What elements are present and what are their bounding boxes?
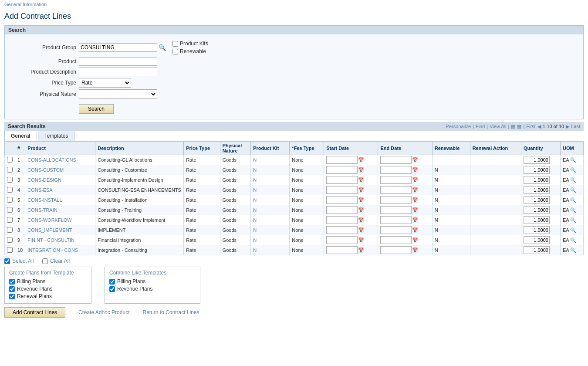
- combine-billing-plans-checkbox[interactable]: [109, 279, 115, 285]
- quantity-input[interactable]: [524, 226, 550, 234]
- row-checkbox[interactable]: [7, 157, 13, 163]
- create-adhoc-link[interactable]: Create Adhoc Product: [78, 309, 129, 315]
- personalize-link[interactable]: Personalize: [446, 124, 471, 129]
- quantity-input[interactable]: [524, 206, 550, 214]
- product-link[interactable]: CONS_IMPLEMENT: [27, 227, 72, 233]
- quantity-input[interactable]: [524, 216, 550, 224]
- select-all-checkbox[interactable]: [4, 258, 10, 264]
- product-link[interactable]: CONS-ALLOCATIONS: [27, 157, 76, 163]
- end-date-input[interactable]: [380, 226, 412, 234]
- start-date-cal-icon[interactable]: 📅: [358, 197, 364, 203]
- last-link[interactable]: Last: [571, 124, 580, 129]
- product-kit-link[interactable]: N: [253, 207, 257, 213]
- end-date-input[interactable]: [380, 156, 412, 164]
- product-kits-checkbox[interactable]: [172, 41, 178, 47]
- renewal-plans-checkbox[interactable]: [9, 294, 15, 299]
- breadcrumb-text[interactable]: General Information: [4, 2, 47, 7]
- quantity-input[interactable]: [524, 196, 550, 204]
- quantity-input[interactable]: [524, 246, 550, 254]
- uom-lookup-icon[interactable]: 🔍: [570, 247, 576, 253]
- start-date-cal-icon[interactable]: 📅: [358, 247, 364, 253]
- product-kit-link[interactable]: N: [253, 247, 257, 253]
- start-date-cal-icon[interactable]: 📅: [358, 157, 364, 163]
- start-date-input[interactable]: [326, 166, 358, 174]
- product-kit-link[interactable]: N: [253, 187, 257, 193]
- uom-lookup-icon[interactable]: 🔍: [570, 177, 576, 183]
- prev-icon[interactable]: ◀: [537, 124, 541, 129]
- start-date-cal-icon[interactable]: 📅: [358, 237, 364, 243]
- view-all-link[interactable]: View All: [490, 124, 506, 129]
- first-link[interactable]: First: [526, 124, 535, 129]
- start-date-input[interactable]: [326, 196, 358, 204]
- product-group-input[interactable]: [79, 43, 157, 52]
- end-date-cal-icon[interactable]: 📅: [412, 177, 418, 183]
- clear-all-checkbox[interactable]: [42, 258, 48, 264]
- end-date-cal-icon[interactable]: 📅: [412, 217, 418, 223]
- end-date-cal-icon[interactable]: 📅: [412, 227, 418, 233]
- product-kit-link[interactable]: N: [253, 237, 257, 243]
- start-date-input[interactable]: [326, 176, 358, 184]
- end-date-cal-icon[interactable]: 📅: [412, 207, 418, 213]
- quantity-input[interactable]: [524, 186, 550, 194]
- tab-general[interactable]: General: [4, 131, 37, 141]
- row-checkbox[interactable]: [7, 247, 13, 253]
- clear-all-label[interactable]: Clear All: [50, 258, 70, 264]
- start-date-cal-icon[interactable]: 📅: [358, 167, 364, 173]
- uom-lookup-icon[interactable]: 🔍: [570, 217, 576, 223]
- product-kit-link[interactable]: N: [253, 157, 257, 163]
- find-link[interactable]: Find: [476, 124, 485, 129]
- product-group-lookup-icon[interactable]: 🔍: [159, 44, 166, 51]
- start-date-cal-icon[interactable]: 📅: [358, 217, 364, 223]
- product-kit-link[interactable]: N: [253, 217, 257, 223]
- end-date-cal-icon[interactable]: 📅: [412, 167, 418, 173]
- grid-icon-1[interactable]: ▦: [511, 124, 515, 129]
- uom-lookup-icon[interactable]: 🔍: [570, 157, 576, 163]
- uom-lookup-icon[interactable]: 🔍: [570, 167, 576, 173]
- quantity-input[interactable]: [524, 176, 550, 184]
- start-date-input[interactable]: [326, 236, 358, 244]
- grid-icon-2[interactable]: ▦: [517, 124, 521, 129]
- renewable-checkbox[interactable]: [172, 49, 178, 54]
- start-date-input[interactable]: [326, 156, 358, 164]
- uom-lookup-icon[interactable]: 🔍: [570, 227, 576, 233]
- product-desc-input[interactable]: [79, 68, 157, 76]
- select-all-label[interactable]: Select All: [12, 258, 34, 264]
- product-input[interactable]: [79, 57, 157, 66]
- end-date-cal-icon[interactable]: 📅: [412, 197, 418, 203]
- start-date-input[interactable]: [326, 186, 358, 194]
- product-kit-link[interactable]: N: [253, 227, 257, 233]
- end-date-input[interactable]: [380, 186, 412, 194]
- billing-plans-checkbox[interactable]: [9, 279, 15, 285]
- row-checkbox[interactable]: [7, 237, 13, 243]
- product-kit-link[interactable]: N: [253, 197, 257, 203]
- row-checkbox[interactable]: [7, 177, 13, 183]
- end-date-input[interactable]: [380, 166, 412, 174]
- quantity-input[interactable]: [524, 236, 550, 244]
- next-icon[interactable]: ▶: [566, 124, 569, 129]
- end-date-input[interactable]: [380, 196, 412, 204]
- end-date-input[interactable]: [380, 236, 412, 244]
- product-link[interactable]: CONS-INSTALL: [27, 197, 62, 203]
- row-checkbox[interactable]: [7, 187, 13, 193]
- start-date-input[interactable]: [326, 246, 358, 254]
- price-type-select[interactable]: Rate Fixed Usage: [79, 78, 131, 88]
- return-to-contract-lines-link[interactable]: Return to Contract Lines: [142, 309, 199, 315]
- start-date-cal-icon[interactable]: 📅: [358, 187, 364, 193]
- end-date-input[interactable]: [380, 206, 412, 214]
- end-date-input[interactable]: [380, 216, 412, 224]
- uom-lookup-icon[interactable]: 🔍: [570, 237, 576, 243]
- product-link[interactable]: INTEGRATION - CONS: [27, 247, 78, 253]
- end-date-input[interactable]: [380, 176, 412, 184]
- start-date-input[interactable]: [326, 216, 358, 224]
- start-date-cal-icon[interactable]: 📅: [358, 227, 364, 233]
- tab-templates[interactable]: Templates: [38, 131, 75, 141]
- start-date-input[interactable]: [326, 226, 358, 234]
- end-date-cal-icon[interactable]: 📅: [412, 237, 418, 243]
- row-checkbox[interactable]: [7, 227, 13, 233]
- uom-lookup-icon[interactable]: 🔍: [570, 197, 576, 203]
- product-link[interactable]: CONS-WORKFLOW: [27, 217, 71, 223]
- product-kit-link[interactable]: N: [253, 177, 257, 183]
- uom-lookup-icon[interactable]: 🔍: [570, 207, 576, 213]
- revenue-plans-checkbox[interactable]: [9, 286, 15, 292]
- product-link[interactable]: CONS-CUSTOM: [27, 167, 64, 173]
